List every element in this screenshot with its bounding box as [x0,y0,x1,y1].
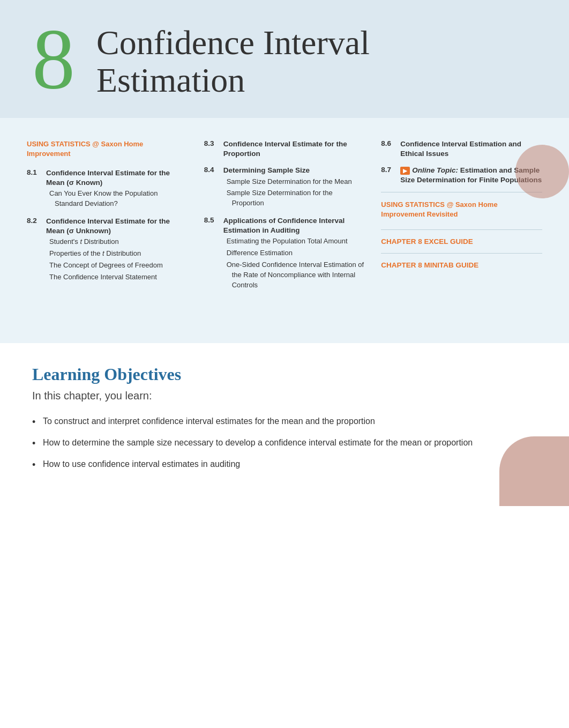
toc-divider-2 [381,229,542,230]
using-stats-revisited: USING STATISTICS @ Saxon Home Improvemen… [381,200,542,219]
toc-title-8-3: Confidence Interval Estimate for the Pro… [223,139,365,158]
learning-item-3: How to use confidence interval estimates… [32,458,537,471]
toc-entry-8-3: 8.3 Confidence Interval Estimate for the… [204,139,365,158]
learning-item-2: How to determine the sample size necessa… [32,436,537,449]
chapter-title-line2: Estimation [96,61,245,99]
toc-section: USING STATISTICS @ Saxon Home Improvemen… [0,118,569,343]
toc-content-8-2: Confidence Interval Estimate for the Mea… [46,217,188,282]
toc-entry-8-5: 8.5 Applications of Confidence Interval … [204,216,365,290]
learning-intro-text: In this chapter, you learn: [32,390,537,402]
using-stats-label-1: USING STATISTICS @ Saxon Home Improvemen… [27,139,188,159]
online-badge: ▶ [400,167,410,175]
toc-sub-8-2-3: The Concept of Degrees of Freedom [46,261,188,271]
toc-content-8-5: Applications of Confidence Interval Esti… [223,216,365,290]
toc-title-8-1: Confidence Interval Estimate for the Mea… [46,168,188,187]
learning-objectives-section: Learning Objectives In this chapter, you… [0,343,569,506]
toc-sub-8-5-1: Estimating the Population Total Amount [223,236,365,247]
toc-entry-8-6: 8.6 Confidence Interval Estimation and E… [381,139,542,158]
chapter-number: 8 [32,16,75,102]
toc-num-8-6: 8.6 [381,139,396,158]
toc-divider [381,192,542,192]
chapter-title: Confidence Interval Estimation [96,24,370,100]
toc-num-8-3: 8.3 [204,139,219,158]
toc-sub-8-2-1: Student's t Distribution [46,237,188,247]
learning-objectives-list: To construct and interpret confidence in… [32,415,537,471]
learning-objectives-title: Learning Objectives [32,365,537,384]
toc-sub-8-4-1: Sample Size Determination for the Mean [223,177,365,187]
toc-num-8-4: 8.4 [204,166,219,209]
toc-content-8-1: Confidence Interval Estimate for the Mea… [46,168,188,209]
minitab-guide-link[interactable]: CHAPTER 8 MINITAB GUIDE [381,261,542,269]
toc-num-8-2: 8.2 [27,217,42,282]
toc-title-8-4: Determining Sample Size [223,166,365,175]
chapter-title-line1: Confidence Interval [96,24,370,62]
learning-item-1: To construct and interpret confidence in… [32,415,537,428]
toc-num-8-7: 8.7 [381,166,396,184]
chapter-header: 8 Confidence Interval Estimation [0,0,569,118]
toc-entry-8-1: 8.1 Confidence Interval Estimate for the… [27,168,188,209]
toc-content-8-3: Confidence Interval Estimate for the Pro… [223,139,365,158]
toc-content-8-4: Determining Sample Size Sample Size Dete… [223,166,365,209]
toc-sub-8-2-2: Properties of the t Distribution [46,249,188,259]
toc-entry-8-2: 8.2 Confidence Interval Estimate for the… [27,217,188,282]
toc-entry-8-4: 8.4 Determining Sample Size Sample Size … [204,166,365,209]
excel-guide-link[interactable]: CHAPTER 8 EXCEL GUIDE [381,237,542,246]
toc-sub-8-5-2: Difference Estimation [223,248,365,258]
toc-sub-8-2-4: The Confidence Interval Statement [46,272,188,283]
toc-num-8-1: 8.1 [27,168,42,209]
toc-col-2: 8.3 Confidence Interval Estimate for the… [204,134,365,327]
toc-title-8-2: Confidence Interval Estimate for the Mea… [46,217,188,235]
toc-sub-8-1-1: Can You Ever Know the Population Standar… [46,189,188,209]
toc-title-8-5: Applications of Confidence Interval Esti… [223,216,365,235]
decorative-circle-toc [515,145,569,198]
toc-sub-8-5-3: One-Sided Confidence Interval Estimation… [223,260,365,291]
toc-sub-8-4-2: Sample Size Determination for the Propor… [223,188,365,209]
toc-num-8-5: 8.5 [204,216,219,290]
toc-divider-3 [381,253,542,254]
decorative-circle-bottom [499,436,569,506]
toc-col-1: USING STATISTICS @ Saxon Home Improvemen… [27,134,188,327]
